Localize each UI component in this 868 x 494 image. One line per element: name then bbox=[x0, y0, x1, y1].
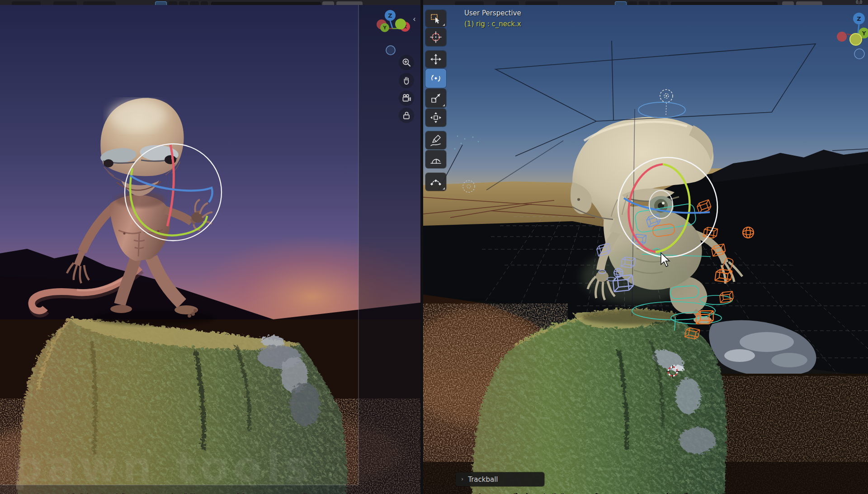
measure-icon bbox=[429, 153, 442, 166]
rotate-icon bbox=[429, 72, 442, 85]
tool-measure[interactable] bbox=[425, 150, 446, 168]
pan-button[interactable] bbox=[399, 73, 414, 88]
camera-lock-button[interactable] bbox=[399, 108, 414, 123]
axis-y-label: Y bbox=[862, 30, 866, 37]
header-button-sliver[interactable] bbox=[168, 1, 177, 5]
active-bone-label: (1) rig : c_neck.x bbox=[464, 20, 521, 28]
header-button-sliver[interactable] bbox=[201, 1, 208, 5]
view-perspective-label: User Perspective bbox=[464, 9, 521, 17]
sidebar-collapse-arrow[interactable]: ‹ bbox=[413, 16, 416, 22]
axis-z-label: Z bbox=[388, 12, 392, 19]
left-header-strip bbox=[0, 0, 420, 5]
operator-panel-label: Trackball bbox=[468, 475, 498, 484]
expand-chevron-icon[interactable]: › bbox=[461, 475, 463, 482]
menu-sliver[interactable] bbox=[53, 1, 77, 5]
operator-panel-trackball[interactable]: › Trackball bbox=[456, 472, 544, 486]
camera-view-icon bbox=[401, 93, 411, 103]
scale-icon bbox=[429, 92, 442, 104]
left-render-scene bbox=[0, 5, 420, 494]
zoom-button[interactable] bbox=[399, 55, 414, 70]
header-button-sliver[interactable] bbox=[336, 1, 363, 5]
transform-icon bbox=[429, 111, 442, 124]
tool-cursor[interactable] bbox=[425, 28, 446, 46]
cursor-icon bbox=[429, 31, 442, 43]
header-button-sliver[interactable] bbox=[322, 1, 334, 5]
right-header-strip bbox=[423, 0, 868, 5]
lock-open-icon bbox=[401, 110, 411, 120]
camera-view-button[interactable] bbox=[399, 90, 414, 106]
header-button-sliver[interactable] bbox=[179, 1, 188, 5]
tool-rotate[interactable] bbox=[425, 69, 446, 88]
axis-z-label: Z bbox=[857, 15, 861, 22]
menu-sliver[interactable] bbox=[525, 1, 558, 5]
tool-annotate[interactable] bbox=[425, 131, 446, 149]
header-button-sliver[interactable] bbox=[190, 1, 199, 5]
left-viewport-camera-render[interactable]: Z Y X ‹ bbox=[0, 5, 420, 494]
pan-hand-icon bbox=[401, 76, 411, 86]
header-button-sliver[interactable] bbox=[639, 1, 648, 5]
left-viewport-axis-gizmo[interactable]: Z Y X bbox=[371, 5, 418, 61]
tool-move[interactable] bbox=[425, 51, 446, 68]
header-field-sliver[interactable] bbox=[671, 2, 778, 5]
header-button-sliver[interactable] bbox=[628, 1, 637, 5]
tool-pose-breakdowner[interactable] bbox=[425, 173, 446, 191]
right-viewport-3d[interactable]: User Perspective (1) rig : c_neck.x Z Y … bbox=[423, 5, 868, 494]
tool-scale[interactable] bbox=[425, 89, 446, 108]
header-button-sliver[interactable] bbox=[796, 1, 822, 5]
zoom-in-icon bbox=[401, 57, 411, 67]
header-field-sliver[interactable] bbox=[211, 2, 321, 5]
right-viewport-axis-gizmo[interactable]: Z Y bbox=[834, 9, 868, 63]
pose-breakdowner-icon bbox=[429, 176, 442, 188]
blender-dual-viewport-capture: Z Y X ‹ bbox=[0, 0, 868, 494]
tool-tweak-select[interactable] bbox=[425, 10, 446, 27]
header-corner-readout: 0,0 bbox=[856, 0, 862, 5]
tool-transform[interactable] bbox=[425, 109, 446, 127]
annotate-icon bbox=[429, 134, 442, 147]
move-icon bbox=[429, 53, 442, 66]
watermark-text: pawn tools bbox=[13, 443, 338, 491]
active-mode-button-sliver[interactable] bbox=[155, 1, 167, 5]
menu-sliver[interactable] bbox=[495, 1, 519, 5]
axis-y-label: Y bbox=[382, 25, 387, 30]
tool-shelf bbox=[425, 10, 447, 192]
header-button-sliver[interactable] bbox=[782, 1, 794, 5]
menu-sliver[interactable] bbox=[455, 1, 484, 5]
header-button-sliver[interactable] bbox=[650, 1, 659, 5]
menu-sliver[interactable] bbox=[12, 1, 41, 5]
menu-sliver[interactable] bbox=[83, 1, 116, 5]
header-button-sliver[interactable] bbox=[660, 1, 668, 5]
right-viewport-scene bbox=[423, 5, 868, 494]
active-mode-button-sliver[interactable] bbox=[615, 1, 627, 5]
tweak-select-icon bbox=[429, 12, 442, 25]
